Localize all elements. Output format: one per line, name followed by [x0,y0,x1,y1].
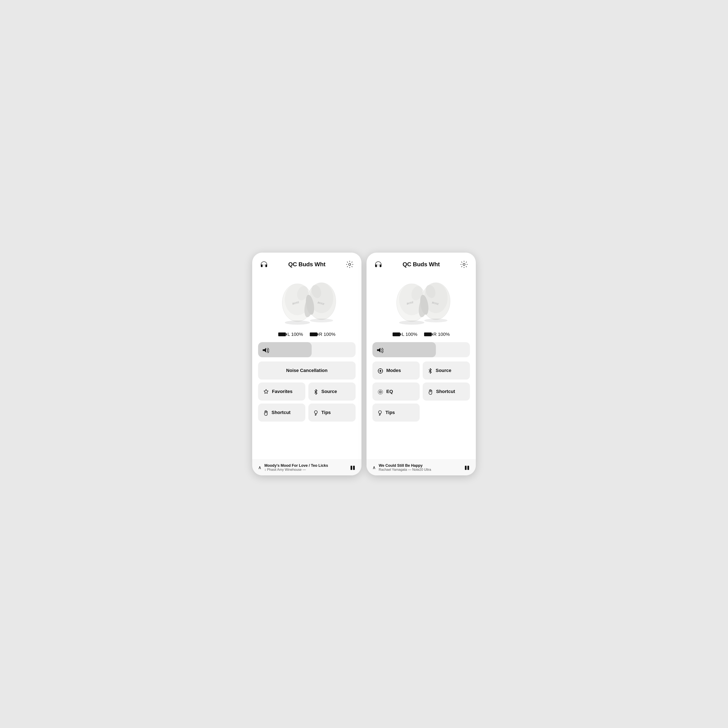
buttons-grid-left: Noise Cancellation Favorites Source [252,360,361,423]
volume-slider-left[interactable] [258,342,356,357]
tips-btn-left[interactable]: Tips [308,404,356,422]
pause-btn-right[interactable] [464,464,470,471]
earbuds-image-left: BOSE BOSE [252,271,361,330]
now-playing-left: ∧ Moody's Mood For Love / Teo Licks ↕ Ph… [252,459,361,476]
svg-point-21 [463,263,465,265]
source-btn-right[interactable]: Source [423,361,470,379]
svg-rect-1 [265,264,266,266]
bluetooth-icon-right [428,367,433,374]
now-playing-sub-right: Rachael Yamagata — Note20 Ultra [379,468,461,472]
now-playing-info-left: Moody's Mood For Love / Teo Licks ↕ Phas… [265,463,347,472]
now-playing-right: ∧ We Could Still Be Happy Rachael Yamaga… [367,459,476,476]
chevron-up-btn-left[interactable]: ∧ [258,465,262,470]
earbuds-image-right: BOSE BOSE [367,271,476,330]
svg-marker-34 [377,348,381,352]
star-icon [263,388,269,395]
now-playing-title-left: Moody's Mood For Love / Teo Licks [265,463,347,468]
hand-icon-left [263,409,269,416]
shortcut-btn-left[interactable]: Shortcut [258,404,305,422]
screens-container: QC Buds Wht BOSE [252,252,476,476]
eq-icon [378,388,383,395]
svg-point-27 [399,321,424,325]
svg-point-14 [310,319,333,323]
battery-right-icon [310,332,317,336]
svg-point-40 [378,411,381,414]
header-left: QC Buds Wht [252,252,361,271]
lightbulb-icon-left [314,409,318,416]
now-playing-info-right: We Could Still Be Happy Rachael Yamagata… [379,463,461,472]
pause-btn-left[interactable] [350,464,356,471]
title-left: QC Buds Wht [288,261,325,268]
tips-btn-right[interactable]: Tips [372,404,420,422]
svg-point-8 [285,321,310,325]
svg-rect-17 [350,466,352,470]
svg-rect-20 [379,264,381,266]
battery-left-icon-r [393,332,400,336]
svg-point-16 [314,411,317,414]
bluetooth-icon-left [314,388,318,395]
settings-icon-right[interactable] [460,260,468,269]
header-right: QC Buds Wht [367,252,476,271]
now-playing-title-right: We Could Still Be Happy [379,463,461,468]
chevron-up-btn-right[interactable]: ∧ [372,465,376,470]
volume-slider-right[interactable] [372,342,470,357]
battery-left: L 100% [278,332,303,337]
battery-row-right: L 100% R 100% [367,330,476,342]
hand-icon-right [428,388,433,395]
volume-icon-right [376,346,383,353]
noise-cancellation-btn[interactable]: Noise Cancellation [258,361,356,379]
svg-rect-42 [467,466,469,470]
svg-point-39 [380,392,381,392]
svg-rect-18 [353,466,355,470]
svg-marker-15 [263,348,266,352]
modes-icon [378,367,383,374]
battery-right-icon-r [424,332,432,336]
now-playing-sub-left: ↕ Phasit Amy Winehouse — [265,468,347,472]
volume-section-left [252,342,361,360]
svg-rect-19 [376,264,378,266]
svg-rect-41 [465,466,466,470]
screen-right: QC Buds Wht BOSE [367,252,476,476]
modes-btn[interactable]: Modes [372,361,420,379]
headphone-icon-left [260,260,268,269]
svg-rect-0 [262,264,263,266]
headphone-icon-right [374,260,382,269]
svg-point-2 [349,263,351,265]
shortcut-btn-right[interactable]: Shortcut [423,382,470,401]
svg-point-36 [379,370,381,372]
volume-section-right [367,342,476,360]
title-right: QC Buds Wht [402,261,440,268]
screen-left: QC Buds Wht BOSE [252,252,361,476]
battery-right-r: R 100% [424,332,450,337]
battery-right: R 100% [310,332,335,337]
battery-row-left: L 100% R 100% [252,330,361,342]
source-btn-left[interactable]: Source [308,382,356,401]
battery-left-r: L 100% [393,332,418,337]
eq-btn[interactable]: EQ [372,382,420,401]
battery-left-icon [278,332,286,336]
lightbulb-icon-right [378,409,382,416]
settings-icon-left[interactable] [346,260,354,269]
favorites-btn[interactable]: Favorites [258,382,305,401]
volume-icon-left [262,346,269,353]
svg-point-33 [424,319,447,323]
buttons-grid-right: Modes Source EQ [367,360,476,423]
